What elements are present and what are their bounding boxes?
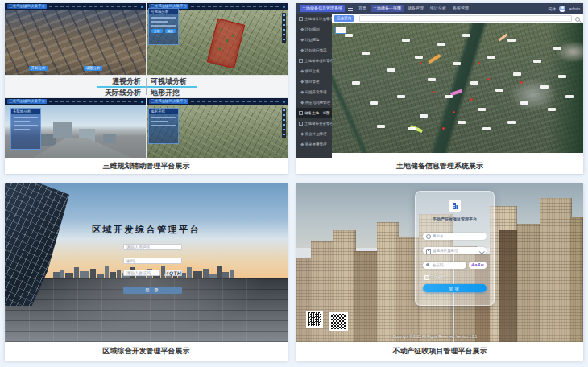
unit-select[interactable] — [423, 247, 487, 254]
quadrant-skyline-analysis[interactable]: 三维规划辅助决策平台 天际线分析 — [5, 98, 146, 158]
map-label-chip — [445, 95, 453, 98]
query-type-chip[interactable]: 综合查询 — [334, 15, 354, 22]
sidebar-item-label: 计划执行情况 — [305, 48, 327, 52]
parcel-highlight[interactable] — [428, 54, 441, 64]
map-label-chip — [397, 95, 405, 98]
sidebar-item[interactable]: 土地储备资金管理 — [296, 118, 332, 129]
remember-label: 记住密码 — [431, 275, 445, 279]
clear-analysis-button[interactable]: 清除分析 — [84, 66, 102, 71]
start-analysis-button[interactable]: 开始分析 — [29, 66, 48, 71]
nav-menu: 首页土地储备一张图储备管理统计分析系统管理 — [356, 5, 545, 12]
sidebar-item[interactable]: 计划编制 — [296, 24, 332, 35]
folder-icon — [299, 17, 303, 21]
map-label-chip — [487, 56, 495, 59]
sidebar-item[interactable]: 资金计划管理 — [296, 129, 332, 139]
map-label-chip — [437, 43, 445, 46]
map-label-chip — [362, 52, 370, 55]
folder-icon — [300, 28, 304, 31]
quadrant-title: 三维规划辅助决策平台 — [149, 99, 188, 104]
help-icon[interactable] — [283, 101, 285, 103]
page: 三维规划辅助决策平台 开始分析 清除分析 三维规划辅助决策平台 — [0, 0, 588, 367]
sidebar-item-label: 土地储备计划管理 — [304, 17, 332, 21]
parcel-highlight[interactable] — [498, 34, 507, 42]
panel-run-button[interactable]: 分析 — [151, 29, 163, 33]
analysis-panel: 地形开挖 — [148, 108, 179, 144]
captcha-image[interactable]: 4a4u — [469, 262, 487, 269]
map-toolbar-icons[interactable] — [282, 108, 286, 138]
map-label-chip — [352, 81, 360, 85]
password-input[interactable] — [123, 258, 182, 264]
search-icon[interactable] — [575, 17, 580, 22]
coordinate-readout — [191, 6, 280, 7]
nav-item[interactable]: 系统管理 — [450, 5, 471, 12]
login-button[interactable]: 登录 — [423, 284, 487, 292]
panel-caption: 三维规划辅助管理平台展示 — [5, 158, 288, 174]
sidebar-item[interactable]: 前期开发管理 — [296, 87, 332, 97]
map-point-marker — [520, 81, 523, 84]
quadrant-los-analysis[interactable]: 三维规划辅助决策平台 开始分析 清除分析 — [5, 3, 146, 75]
analysis-panel-title: 天际线分析 — [11, 109, 40, 114]
quadrant-title: 三维规划辅助决策平台 — [7, 99, 47, 104]
sidebar-item[interactable]: 计划调整 — [296, 35, 332, 45]
login-card: 不动产征收项目管理平台 4a4u 记住密码 登录 — [415, 191, 495, 306]
folder-icon — [299, 59, 303, 63]
user-avatar[interactable] — [559, 6, 565, 12]
river — [426, 23, 489, 153]
analysis-panel-title: 地形开挖 — [149, 109, 178, 114]
sidebar-item-label: 项目立项 — [305, 69, 320, 73]
nav-item[interactable]: 统计分析 — [428, 5, 449, 12]
username-input[interactable] — [423, 233, 487, 240]
help-icon[interactable] — [283, 6, 285, 8]
captcha-input[interactable] — [423, 262, 466, 269]
language-switch[interactable]: 简体 — [548, 6, 556, 11]
map-toolbar-icons[interactable] — [282, 13, 286, 43]
search-input[interactable] — [359, 15, 572, 22]
quadrant-viewshed-analysis[interactable]: 三维规划辅助决策平台 可视域分析 分析 清除 — [147, 3, 288, 75]
coordinate-readout — [49, 101, 139, 102]
sidebar-item[interactable]: 资金使用管理 — [296, 139, 332, 150]
remember-checkbox[interactable] — [424, 275, 429, 280]
sidebar-item[interactable]: 计划执行情况 — [296, 45, 332, 56]
map-label-chip — [462, 34, 470, 37]
sidebar-item[interactable]: 土地储备项目管理 — [296, 56, 332, 66]
map-label-chip — [507, 121, 516, 124]
nav-item[interactable]: 储备管理 — [405, 5, 426, 12]
sidebar-item[interactable]: 土地储备计划管理 — [296, 14, 332, 24]
remember-me-row[interactable]: 记住密码 — [424, 275, 445, 280]
captcha-image[interactable]: 4QTH — [164, 270, 182, 276]
lock-icon — [426, 249, 431, 254]
username-input[interactable] — [123, 244, 182, 250]
nav-item[interactable]: 土地储备一张图 — [371, 5, 404, 12]
divider-line — [146, 78, 147, 95]
sidebar-item[interactable]: 供应与利用管理 — [296, 97, 332, 108]
map-label-chip — [513, 72, 521, 76]
coordinate-readout — [191, 101, 280, 102]
menu-icon[interactable] — [348, 6, 353, 11]
nav-item[interactable]: 首页 — [356, 5, 369, 12]
sidebar-item-label: 供应与利用管理 — [305, 101, 331, 105]
sidebar-item[interactable]: 项目立项 — [296, 66, 332, 76]
map-label-chip — [458, 121, 466, 124]
map-label-chip — [565, 95, 574, 98]
folder-icon — [300, 101, 304, 105]
analysis-panel-title: 可视域分析 — [149, 9, 178, 14]
login-button[interactable]: 登 录 — [123, 287, 182, 294]
satellite-map[interactable] — [332, 23, 583, 153]
captcha-input[interactable] — [123, 270, 160, 276]
aerial-map-view[interactable] — [5, 10, 146, 75]
map-point-marker — [433, 91, 435, 93]
help-icon[interactable] — [141, 6, 143, 8]
help-icon[interactable] — [141, 101, 143, 103]
map-label-chip — [558, 75, 566, 78]
sidebar-item-label: 储备土地一张图 — [304, 111, 330, 115]
layer-control-button[interactable] — [335, 27, 346, 34]
folder-icon — [299, 122, 303, 126]
quadrant-terrain-excavation[interactable]: 三维规划辅助决策平台 地形开挖 — [147, 98, 288, 158]
sidebar-item[interactable]: 储备土地一张图 — [296, 108, 332, 118]
query-toolbar: 综合查询 — [332, 14, 583, 23]
folder-icon — [300, 70, 304, 73]
panel-caption: 区域综合开发管理平台展示 — [5, 342, 288, 361]
label-terrain-excavation: 地形开挖 — [141, 88, 180, 97]
panel-clear-button[interactable]: 清除 — [165, 29, 176, 33]
sidebar-item[interactable]: 项目管理 — [296, 76, 332, 87]
